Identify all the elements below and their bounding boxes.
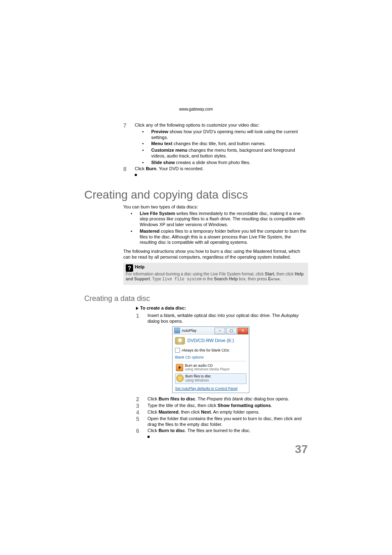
autoplay-dialog: AutoPlay – ▢ X DVD/CD-RW Drive (E:) [172,326,249,393]
autoplay-section-label: Blank CD options [175,355,247,360]
autoplay-title: AutoPlay [182,328,214,333]
document-page: www.gateway.com 7 Click any of the follo… [0,0,392,555]
autoplay-option-burn-audio[interactable]: Burn an audio CDusing Windows Media Play… [175,363,247,373]
help-callout: ?Help For information about burning a di… [123,263,308,285]
header-url: www.gateway.com [0,107,392,112]
step-7: 7 Click any of the following options to … [123,123,308,178]
bullet-item: • Slide show creates a slide show from p… [142,160,308,166]
intro-after: The following instructions show you how … [123,249,308,260]
page-number: 37 [295,442,308,456]
optical-drive-icon [175,337,185,345]
bullet-item: • Preview shows how your DVD's opening m… [142,129,308,141]
step-number: 8 [123,166,135,178]
minimize-button[interactable]: – [214,328,225,334]
proc-step-5: 5 Open the folder that contains the file… [136,416,308,428]
step-number: 7 [123,123,135,165]
bullet-item: • Live File System writes files immediat… [131,211,308,228]
bullet-item: • Customize menu changes the menu fonts,… [142,148,308,159]
close-button[interactable]: X [238,328,248,334]
help-icon: ? [126,264,133,272]
subsection-heading: Creating a data disc [84,294,308,303]
arrow-icon [136,307,138,310]
proc-step-2: 2 Click Burn files to disc. The Prepare … [136,396,308,402]
page-content: 7 Click any of the following options to … [84,122,308,439]
end-of-procedure-icon [135,174,137,176]
end-of-procedure-icon [148,436,150,438]
proc-step-4: 4 Click Mastered, then click Next. An em… [136,409,308,415]
burn-icon [176,375,184,382]
section-intro: You can burn two types of data discs: • … [123,204,308,285]
autoplay-option-burn-files[interactable]: Burn files to discusing Windows [175,373,247,384]
autoplay-titlebar: AutoPlay – ▢ X [173,327,249,335]
autoplay-drive-label: DVD/CD-RW Drive (E:) [187,338,234,344]
checkbox-icon[interactable] [175,348,180,353]
step-8: 8 Click Burn. Your DVD is recorded. [123,166,308,178]
autoplay-drive-row: DVD/CD-RW Drive (E:) [175,337,247,345]
autoplay-app-icon [174,328,180,333]
step-text: Click any of the following options to cu… [135,123,308,128]
autoplay-always-row[interactable]: Always do this for blank CDs: [175,348,247,353]
proc-step-1: 1 Insert a blank, writable optical disc … [136,313,308,395]
maximize-button[interactable]: ▢ [226,328,237,334]
proc-step-3: 3 Type the title of the disc, then click… [136,403,308,409]
procedure: To create a data disc: 1 Insert a blank,… [136,305,308,439]
bullet-marker: • [142,129,151,141]
autoplay-always-label: Always do this for blank CDs: [182,348,230,353]
play-icon [176,364,183,371]
bullet-item: • Mastered copies files to a temporary f… [131,229,308,245]
autoplay-defaults-link[interactable]: Set AutoPlay defaults in Control Panel [175,386,247,391]
section-heading: Creating and copying data discs [84,187,308,202]
proc-step-6: 6 Click Burn to disc. The files are burn… [136,428,308,439]
procedure-heading: To create a data disc: [136,305,308,311]
bullet-item: • Menu text changes the disc title, font… [142,141,308,147]
divider [175,361,247,361]
